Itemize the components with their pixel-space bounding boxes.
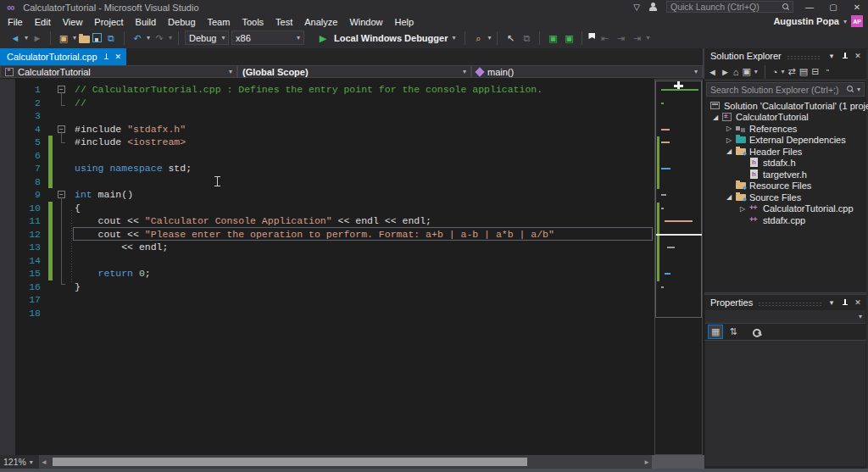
tree-item-solution-calculatortutorial-1-project[interactable]: Solution 'CalculatorTutorial' (1 project… — [704, 100, 866, 112]
undo-dropdown-icon[interactable]: ▾ — [147, 34, 150, 42]
clear-bookmarks-button[interactable]: ⇥ — [630, 31, 643, 45]
menu-view[interactable]: View — [57, 17, 89, 27]
properties-header[interactable]: Properties ▾ ✕ — [704, 295, 866, 310]
horizontal-scrollbar-thumb[interactable] — [53, 458, 527, 466]
save-all-button[interactable]: ⧉ — [104, 31, 118, 45]
properties-grid[interactable] — [705, 341, 865, 466]
tree-expander-icon[interactable]: ◢ — [723, 193, 735, 201]
tab-calculatortutorial-cpp[interactable]: CalculatorTutorial.cpp ✕ — [0, 48, 126, 65]
switch-views-dropdown-icon[interactable]: ▾ — [754, 68, 758, 75]
user-dropdown-icon[interactable]: ▾ — [843, 18, 847, 25]
next-bookmark-button[interactable]: ⇥ — [614, 31, 627, 45]
quick-launch-input[interactable]: Quick Launch (Ctrl+Q) — [666, 1, 793, 13]
panel-drag-area[interactable] — [758, 302, 821, 306]
minimap-scrollbar[interactable] — [654, 79, 703, 455]
menu-edit[interactable]: Edit — [29, 17, 57, 27]
solution-configuration-combo[interactable]: Debug ▾ — [185, 31, 229, 45]
collapse-all-button[interactable]: ⊟ — [811, 66, 819, 77]
scroll-left-icon[interactable]: ◄ — [39, 458, 49, 466]
close-tab-icon[interactable]: ✕ — [115, 53, 122, 61]
member-dropdown[interactable]: main() ▾ — [471, 65, 703, 78]
solution-explorer-search-input[interactable]: Search Solution Explorer (Ctrl+;) ▾ — [706, 82, 865, 97]
auto-hide-pin-icon[interactable] — [842, 53, 848, 60]
undo-button[interactable]: ↶ — [131, 31, 144, 45]
code-editor[interactable]: 1−// CalculatorTutorial.cpp : Defines th… — [0, 79, 704, 455]
switch-views-button[interactable]: ▣ — [742, 66, 750, 77]
menu-project[interactable]: Project — [88, 17, 129, 27]
avatar[interactable]: AP — [851, 15, 863, 27]
tree-item-resource-files[interactable]: Resource Files — [704, 180, 866, 192]
maximize-button[interactable]: ▢ — [826, 3, 841, 12]
property-pages-button[interactable] — [752, 327, 762, 337]
menu-window[interactable]: Window — [343, 17, 388, 27]
tree-item-references[interactable]: ▷References — [704, 123, 866, 135]
step-into-button[interactable]: ▣ — [562, 31, 576, 45]
menu-test[interactable]: Test — [270, 17, 298, 27]
menu-team[interactable]: Team — [202, 17, 236, 27]
new-project-dropdown-icon[interactable]: ▾ — [73, 34, 76, 42]
start-debugging-button[interactable]: ▶ Local Windows Debugger ▾ — [313, 31, 459, 45]
home-button[interactable]: ⌂ — [733, 67, 739, 77]
tree-item-stdafx-h[interactable]: stdafx.h — [704, 158, 866, 169]
zoom-level-combo[interactable]: 121% ▾ — [0, 455, 39, 469]
menu-analyze[interactable]: Analyze — [298, 17, 343, 27]
categorized-view-button[interactable]: ▦ — [708, 325, 723, 339]
find-dropdown-icon[interactable]: ▾ — [487, 34, 491, 42]
search-options-dropdown-icon[interactable]: ▾ — [857, 86, 860, 93]
panel-drag-area[interactable] — [787, 55, 821, 59]
toolbar-overflow-icon[interactable]: " — [822, 68, 832, 76]
tree-item-targetver-h[interactable]: targetver.h — [704, 169, 866, 180]
scroll-right-icon[interactable]: ► — [642, 458, 652, 466]
redo-button[interactable]: ↷ — [153, 31, 166, 45]
send-feedback-icon[interactable] — [648, 3, 658, 11]
new-project-button[interactable]: ▣ — [57, 31, 70, 45]
tree-item-stdafx-cpp[interactable]: stdafx.cpp — [704, 214, 866, 226]
bookmark-button[interactable] — [588, 33, 595, 42]
tree-item-calculatortutorial[interactable]: ◢CalculatorTutorial — [704, 112, 866, 124]
show-all-files-button[interactable]: ▤ — [799, 66, 808, 77]
tree-item-header-files[interactable]: ◢Header Files — [704, 146, 866, 158]
filter-dropdown-icon[interactable]: ▾ — [782, 68, 785, 75]
previous-bookmark-button[interactable]: ⇤ — [598, 31, 611, 45]
show-threads-button[interactable]: ▣ — [546, 31, 559, 45]
alphabetical-view-button[interactable]: ⇅ — [726, 325, 739, 338]
tree-expander-icon[interactable]: ▷ — [737, 205, 748, 213]
auto-hide-pin-icon[interactable] — [842, 299, 848, 307]
navigate-backward-button[interactable]: ◄ — [8, 31, 22, 45]
navigate-forward-button[interactable]: ► — [31, 31, 44, 45]
select-tool-button[interactable]: ↖ — [504, 31, 517, 45]
signed-in-user[interactable]: Augustin Popa — [773, 16, 839, 26]
navigate-backward-dropdown-icon[interactable]: ▾ — [25, 34, 28, 42]
redo-dropdown-icon[interactable]: ▾ — [169, 34, 172, 42]
window-position-dropdown-icon[interactable]: ▾ — [826, 298, 837, 307]
menu-file[interactable]: File — [2, 17, 29, 27]
tree-item-external-dependencies[interactable]: ▷External Dependencies — [704, 135, 866, 147]
tree-item-source-files[interactable]: ◢Source Files — [704, 192, 866, 203]
open-file-button[interactable] — [79, 36, 90, 43]
pin-tab-icon[interactable] — [103, 53, 109, 61]
tree-expander-icon[interactable]: ▷ — [723, 136, 735, 144]
window-position-dropdown-icon[interactable]: ▾ — [826, 52, 837, 60]
minimize-button[interactable]: — — [802, 3, 817, 12]
project-dropdown[interactable]: CalculatorTutorial ▾ — [0, 65, 237, 78]
solution-explorer-header[interactable]: Solution Explorer ▾ ✕ — [704, 48, 866, 64]
feedback-filter-icon[interactable]: ▽ — [633, 3, 640, 12]
save-button[interactable] — [92, 33, 102, 42]
bookmark-overflow-icon[interactable]: ▾ — [646, 34, 649, 42]
menu-debug[interactable]: Debug — [162, 17, 201, 27]
properties-object-combo[interactable]: ▾ — [705, 310, 865, 324]
scope-dropdown[interactable]: (Global Scope) ▾ — [237, 65, 471, 78]
se-forward-button[interactable]: ► — [721, 67, 730, 77]
menu-tools[interactable]: Tools — [236, 17, 270, 27]
menu-help[interactable]: Help — [389, 17, 420, 27]
sync-with-active-document-button[interactable]: ⇄ — [788, 66, 796, 77]
close-panel-icon[interactable]: ✕ — [853, 52, 863, 60]
pending-changes-filter-button[interactable]: ◔ — [772, 67, 778, 77]
horizontal-scrollbar-track[interactable] — [49, 455, 642, 469]
solution-platform-combo[interactable]: x86 ▾ — [231, 31, 304, 45]
se-back-button[interactable]: ◄ — [708, 67, 717, 77]
tree-expander-icon[interactable]: ◢ — [709, 114, 721, 121]
tree-expander-icon[interactable]: ▷ — [723, 125, 735, 132]
menu-build[interactable]: Build — [130, 17, 162, 27]
close-panel-icon[interactable]: ✕ — [853, 298, 863, 307]
